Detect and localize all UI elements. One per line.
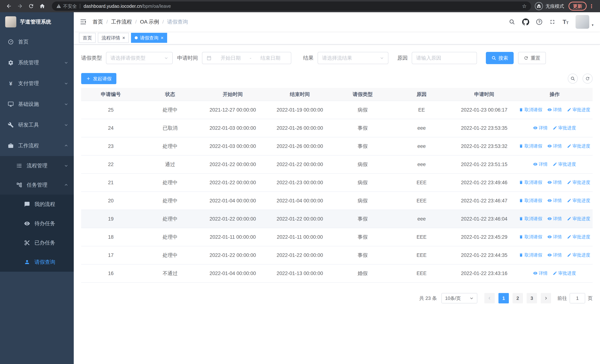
detail-link[interactable]: 详情 xyxy=(547,234,562,240)
approval-progress-link[interactable]: 审批进度 xyxy=(567,179,590,185)
cancel-leave-link[interactable]: 取消请假 xyxy=(519,143,542,149)
fullscreen-icon[interactable] xyxy=(549,19,555,25)
app-logo[interactable]: 芋道管理系统 xyxy=(0,12,74,31)
breadcrumb-oa-example[interactable]: OA 示例 xyxy=(140,18,159,25)
sidebar-toggle-icon[interactable] xyxy=(80,18,87,25)
reason-input[interactable] xyxy=(416,55,472,61)
browser-reload-icon[interactable] xyxy=(26,1,36,11)
tab-leave-query[interactable]: 请假查询 × xyxy=(131,33,167,43)
table-row[interactable]: 20 处理中 2022-01-04 00:00:00 2022-01-04 00… xyxy=(81,192,593,210)
approval-progress-link[interactable]: 审批进度 xyxy=(567,252,590,258)
table-row[interactable]: 17 处理中 2022-01-22 00:00:00 2022-01-22 00… xyxy=(81,246,593,264)
sidebar-item-done-tasks[interactable]: 已办任务 xyxy=(0,233,74,252)
approval-progress-link[interactable]: 审批进度 xyxy=(567,234,590,240)
browser-home-icon[interactable] xyxy=(37,1,47,11)
detail-link[interactable]: 详情 xyxy=(547,197,562,204)
search-button-label: 搜索 xyxy=(498,55,508,61)
bookmark-star-icon[interactable]: ☆ xyxy=(522,3,527,9)
breadcrumb-workflow[interactable]: 工作流程 xyxy=(111,18,132,25)
table-row[interactable]: 19 处理中 2022-01-22 00:00:00 2022-01-22 00… xyxy=(81,210,593,228)
sidebar-item-devtools[interactable]: 研发工具 xyxy=(0,114,74,135)
cancel-leave-link[interactable]: 取消请假 xyxy=(519,234,542,240)
search-button[interactable]: 搜索 xyxy=(486,52,514,64)
apply-time-range-picker[interactable]: 开始日期 - 结束日期 xyxy=(202,52,291,64)
reset-button[interactable]: 重置 xyxy=(518,52,546,64)
sidebar-item-pending-tasks[interactable]: 待办任务 xyxy=(0,214,74,233)
font-size-icon[interactable]: TT xyxy=(562,19,569,25)
search-icon[interactable] xyxy=(509,19,515,25)
github-icon[interactable] xyxy=(522,18,529,25)
approval-progress-link[interactable]: 审批进度 xyxy=(567,143,590,149)
cancel-leave-link[interactable]: 取消请假 xyxy=(519,179,542,185)
browser-menu-icon[interactable]: ⋮ xyxy=(587,3,596,9)
sidebar-item-system[interactable]: 系统管理 xyxy=(0,52,74,73)
detail-link[interactable]: 详情 xyxy=(533,125,548,131)
browser-forward-icon[interactable] xyxy=(15,1,25,11)
column-header-end: 结束时间 xyxy=(266,88,334,101)
toggle-search-button[interactable] xyxy=(568,74,578,84)
trash-icon xyxy=(519,253,523,257)
cell-id: 17 xyxy=(81,246,141,264)
eye-icon xyxy=(533,126,538,130)
sidebar-item-infrastructure[interactable]: 基础设施 xyxy=(0,94,74,114)
sidebar-item-leave-query[interactable]: 请假查询 xyxy=(0,252,74,272)
sidebar-item-process-management[interactable]: 流程管理 xyxy=(0,156,74,175)
next-page-button[interactable] xyxy=(541,293,551,303)
close-icon[interactable]: × xyxy=(122,35,125,40)
page-button-1[interactable]: 1 xyxy=(498,293,509,303)
browser-update-button[interactable]: 更新 xyxy=(569,2,587,10)
user-avatar[interactable]: ▼ xyxy=(576,15,594,29)
tab-label: 首页 xyxy=(83,35,92,41)
table-row[interactable]: 21 处理中 2022-01-22 00:00:00 2022-01-23 00… xyxy=(81,173,593,192)
detail-link[interactable]: 详情 xyxy=(547,216,562,222)
table-row[interactable]: 22 通过 2022-01-22 00:00:00 2022-01-22 00:… xyxy=(81,155,593,173)
approval-progress-label: 审批进度 xyxy=(572,216,590,222)
prev-page-button[interactable] xyxy=(484,293,495,303)
approval-progress-link[interactable]: 审批进度 xyxy=(567,216,590,222)
end-date-placeholder: 结束日期 xyxy=(254,55,287,61)
close-icon[interactable]: × xyxy=(161,35,163,40)
detail-link[interactable]: 详情 xyxy=(547,107,562,113)
breadcrumb-separator: / xyxy=(135,19,137,25)
table-row[interactable]: 24 已取消 2022-01-03 00:00:00 2022-01-26 00… xyxy=(81,119,593,137)
detail-link[interactable]: 详情 xyxy=(533,161,548,167)
tab-home[interactable]: 首页 xyxy=(79,33,96,43)
sidebar-item-payment[interactable]: ¥ 支付管理 xyxy=(0,73,74,94)
approval-progress-link[interactable]: 审批进度 xyxy=(553,270,576,276)
detail-link[interactable]: 详情 xyxy=(547,179,562,185)
approval-progress-link[interactable]: 审批进度 xyxy=(567,197,590,204)
sidebar-item-workflow[interactable]: 工作流程 xyxy=(0,135,74,156)
table-row[interactable]: 18 处理中 2022-01-11 00:00:00 2022-01-11 00… xyxy=(81,228,593,246)
create-leave-button[interactable]: 发起请假 xyxy=(81,73,116,84)
detail-link[interactable]: 详情 xyxy=(547,143,562,149)
breadcrumb-home[interactable]: 首页 xyxy=(93,18,103,25)
sidebar-item-home[interactable]: 首页 xyxy=(0,31,74,52)
url-host: dashboard.yudao.iocoder.cn xyxy=(84,3,142,9)
result-select[interactable]: 请选择流结果 xyxy=(318,52,388,64)
cancel-leave-link[interactable]: 取消请假 xyxy=(519,216,542,222)
address-bar[interactable]: 不安全 dashboard.yudao.iocoder.cn /bpm/oa/l… xyxy=(52,1,531,11)
sidebar-item-my-processes[interactable]: 我的流程 xyxy=(0,195,74,214)
tab-process-detail[interactable]: 流程详情 × xyxy=(98,33,129,43)
refresh-table-button[interactable] xyxy=(582,74,593,84)
page-button-3[interactable]: 3 xyxy=(527,293,537,303)
help-icon[interactable]: ? xyxy=(536,19,542,25)
incognito-label: 无痕模式 xyxy=(545,3,564,9)
approval-progress-link[interactable]: 审批进度 xyxy=(567,107,590,113)
table-row[interactable]: 25 处理中 2021-12-27 00:00:00 2022-01-19 00… xyxy=(81,101,593,119)
goto-page-input[interactable] xyxy=(570,293,585,303)
sidebar-item-task-management[interactable]: 任务管理 xyxy=(0,175,74,195)
page-button-2[interactable]: 2 xyxy=(513,293,523,303)
cancel-leave-link[interactable]: 取消请假 xyxy=(519,197,542,204)
detail-link[interactable]: 详情 xyxy=(533,270,548,276)
leave-type-select[interactable]: 请选择请假类型 xyxy=(106,52,173,64)
table-row[interactable]: 23 处理中 2022-01-03 00:00:00 2022-01-26 00… xyxy=(81,137,593,155)
approval-progress-link[interactable]: 审批进度 xyxy=(553,161,576,167)
cancel-leave-link[interactable]: 取消请假 xyxy=(519,107,542,113)
detail-link[interactable]: 详情 xyxy=(547,252,562,258)
page-size-select[interactable]: 10条/页 xyxy=(441,293,477,303)
approval-progress-link[interactable]: 审批进度 xyxy=(553,125,576,131)
cancel-leave-link[interactable]: 取消请假 xyxy=(519,252,542,258)
table-row[interactable]: 16 不通过 2022-01-04 00:00:00 2022-01-13 00… xyxy=(81,264,593,282)
browser-back-icon[interactable] xyxy=(4,1,14,11)
